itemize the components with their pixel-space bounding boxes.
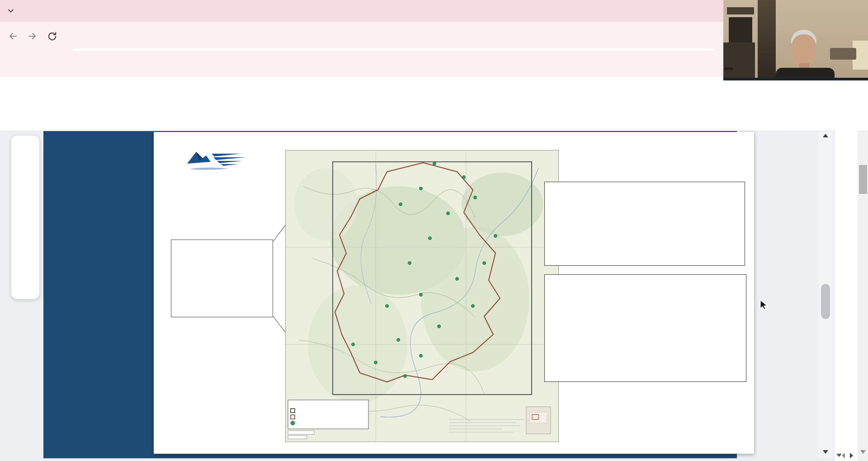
- shelf: [727, 7, 754, 14]
- elevation-profiles-figure: [544, 182, 745, 266]
- uywcd-logo: [170, 148, 259, 193]
- scroll-down-arrow[interactable]: [823, 450, 828, 454]
- right-rail: [834, 127, 858, 461]
- participant-name-tag: [725, 67, 733, 70]
- pdf-scroll-thumb[interactable]: [821, 284, 830, 319]
- scroll-up-arrow[interactable]: [823, 134, 828, 137]
- aspect-elevation-bar-figure: [544, 274, 746, 382]
- forward-arrow-icon: [27, 31, 38, 42]
- chevron-down-icon: [6, 6, 15, 15]
- wall-vent: [830, 48, 856, 60]
- reload-icon: [47, 31, 57, 42]
- curtain: [758, 0, 776, 80]
- quick-tools-palette: [11, 136, 39, 299]
- forward-button[interactable]: [25, 29, 39, 43]
- map-scale-bar: [288, 431, 314, 434]
- window-scroll-down-arrow[interactable]: [860, 450, 866, 454]
- back-button[interactable]: [6, 29, 20, 43]
- window-scrollbar[interactable]: [858, 131, 868, 461]
- webcam-bottom-bar: [723, 78, 868, 80]
- map-inset: [526, 407, 551, 434]
- hscroll-down-arrow[interactable]: [836, 454, 842, 457]
- mouse-cursor: [759, 299, 769, 310]
- acrobat-toolbar: [0, 77, 868, 131]
- map-legend: [288, 400, 368, 429]
- shelf-lower: [723, 42, 755, 80]
- pdf-page[interactable]: [154, 132, 754, 454]
- hscroll-left-arrow[interactable]: [842, 453, 845, 458]
- pdf-content-area: [0, 131, 868, 461]
- pdf-viewport[interactable]: [43, 131, 737, 458]
- tab-search-button[interactable]: [6, 6, 15, 17]
- reload-button[interactable]: [45, 29, 59, 43]
- window-scroll-thumb[interactable]: [859, 165, 867, 194]
- person-face: [792, 34, 816, 66]
- webcam-overlay: [723, 0, 868, 80]
- hscroll-right-arrow[interactable]: [850, 453, 853, 458]
- basin-map: [285, 150, 559, 444]
- back-arrow-icon: [8, 31, 19, 42]
- pdf-scrollbar[interactable]: [818, 131, 833, 458]
- callout-box: [171, 240, 273, 317]
